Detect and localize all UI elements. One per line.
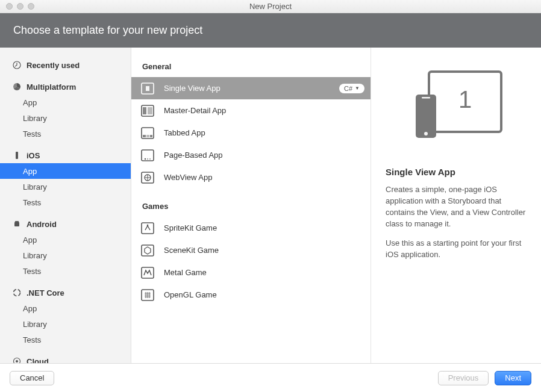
template-master-detail-app[interactable]: Master-Detail App xyxy=(131,99,371,122)
next-button[interactable]: Next xyxy=(495,371,531,385)
template-label: Page-Based App xyxy=(164,151,223,160)
template-page-based-app[interactable]: Page-Based App xyxy=(131,144,371,166)
detail-pane: 1 Single View App Creates a simple, one-… xyxy=(371,48,541,363)
sidebar-cat-label: Android xyxy=(27,220,57,229)
template-group-games: Games xyxy=(131,199,371,217)
detail-title: Single View App xyxy=(386,167,527,177)
sidebar-recent-label: Recently used xyxy=(27,61,80,70)
sidebar-item-android-library[interactable]: Library xyxy=(0,247,131,263)
template-label: Single View App xyxy=(164,84,220,93)
template-group-general: General xyxy=(131,60,371,77)
android-icon xyxy=(12,220,22,228)
template-webview-app[interactable]: WebView App xyxy=(131,166,371,188)
svg-rect-13 xyxy=(143,135,146,137)
metal-icon xyxy=(140,265,155,281)
cancel-button[interactable]: Cancel xyxy=(10,371,54,385)
titlebar: New Project xyxy=(0,0,541,13)
sidebar-item-netcore-library[interactable]: Library xyxy=(0,316,131,332)
sidebar-cat-multiplatform[interactable]: Multiplatform xyxy=(0,79,131,95)
detail-description-2: Use this as a starting point for your fi… xyxy=(386,238,527,261)
template-label: Metal Game xyxy=(164,268,207,277)
svg-point-23 xyxy=(147,224,149,226)
footer: Cancel Previous Next xyxy=(0,363,541,392)
illustration-number: 1 xyxy=(458,86,472,113)
scenekit-icon xyxy=(140,243,155,258)
template-label: SpriteKit Game xyxy=(164,223,217,232)
sidebar-recent[interactable]: Recently used xyxy=(0,57,131,73)
webview-icon xyxy=(140,170,155,185)
svg-point-4 xyxy=(14,290,20,296)
content-area: Recently used Multiplatform App Library … xyxy=(0,48,541,363)
sidebar-item-multiplatform-library[interactable]: Library xyxy=(0,110,131,126)
clock-icon xyxy=(12,61,22,69)
template-tabbed-app[interactable]: Tabbed App xyxy=(131,122,371,144)
template-single-view-app[interactable]: Single View App C# ▼ xyxy=(131,77,371,99)
svg-point-19 xyxy=(149,158,151,159)
svg-rect-1 xyxy=(16,152,18,159)
sidebar-item-netcore-tests[interactable]: Tests xyxy=(0,332,131,347)
sidebar-cat-netcore[interactable]: .NET Core xyxy=(0,285,131,300)
sidebar-cat-label: Multiplatform xyxy=(27,82,76,92)
svg-rect-11 xyxy=(148,107,152,114)
sidebar-item-ios-app[interactable]: App xyxy=(0,163,131,179)
svg-point-6 xyxy=(16,360,18,362)
template-label: OpenGL Game xyxy=(164,290,217,299)
sidebar-cat-android[interactable]: Android xyxy=(0,216,131,232)
svg-rect-14 xyxy=(146,135,149,137)
sidebar: Recently used Multiplatform App Library … xyxy=(0,48,131,363)
template-spritekit-game[interactable]: SpriteKit Game xyxy=(131,217,371,239)
template-opengl-game[interactable]: OpenGL Game xyxy=(131,284,371,306)
svg-rect-8 xyxy=(146,86,149,91)
previous-button: Previous xyxy=(438,371,489,385)
chevron-down-icon: ▼ xyxy=(355,86,360,91)
template-label: Tabbed App xyxy=(164,128,205,137)
sidebar-cat-cloud[interactable]: Cloud xyxy=(0,353,131,363)
svg-rect-30 xyxy=(422,97,430,99)
ios-icon xyxy=(12,151,22,160)
page-based-icon xyxy=(140,148,155,163)
tabbed-icon xyxy=(140,125,155,141)
template-label: WebView App xyxy=(164,173,212,182)
sidebar-cat-label: Cloud xyxy=(27,357,49,364)
opengl-icon xyxy=(140,287,155,303)
template-metal-game[interactable]: Metal Game xyxy=(131,261,371,284)
dialog-title: Choose a template for your new project xyxy=(13,24,202,36)
language-selector[interactable]: C# ▼ xyxy=(339,84,364,93)
sidebar-item-multiplatform-tests[interactable]: Tests xyxy=(0,126,131,142)
cloud-icon xyxy=(12,357,22,363)
sidebar-item-ios-tests[interactable]: Tests xyxy=(0,194,131,210)
template-scenekit-game[interactable]: SceneKit Game xyxy=(131,239,371,261)
sidebar-cat-ios[interactable]: iOS xyxy=(0,148,131,163)
svg-rect-10 xyxy=(143,107,146,114)
window-title: New Project xyxy=(0,2,541,11)
sidebar-item-ios-library[interactable]: Library xyxy=(0,179,131,194)
spritekit-icon xyxy=(140,220,155,236)
template-label: Master-Detail App xyxy=(164,106,226,115)
sidebar-cat-label: .NET Core xyxy=(27,288,64,297)
detail-description-1: Creates a simple, one-page iOS applicati… xyxy=(386,184,527,229)
svg-rect-28 xyxy=(416,95,436,138)
template-label: SceneKit Game xyxy=(164,246,219,255)
detail-illustration: 1 xyxy=(386,66,527,150)
dialog-header: Choose a template for your new project xyxy=(0,13,541,48)
sidebar-item-netcore-app[interactable]: App xyxy=(0,300,131,316)
svg-point-17 xyxy=(145,158,146,159)
single-view-icon xyxy=(140,81,155,96)
multiplatform-icon xyxy=(12,82,22,91)
svg-point-18 xyxy=(147,158,148,159)
template-list: General Single View App C# ▼ Master-Deta… xyxy=(131,48,371,363)
sidebar-cat-label: iOS xyxy=(27,151,40,160)
sidebar-item-android-app[interactable]: App xyxy=(0,232,131,247)
master-detail-icon xyxy=(140,103,155,119)
svg-point-29 xyxy=(424,132,428,135)
language-label: C# xyxy=(344,85,352,92)
svg-rect-15 xyxy=(150,135,152,137)
sidebar-item-multiplatform-app[interactable]: App xyxy=(0,95,131,110)
sidebar-item-android-tests[interactable]: Tests xyxy=(0,263,131,279)
netcore-icon xyxy=(12,288,22,297)
